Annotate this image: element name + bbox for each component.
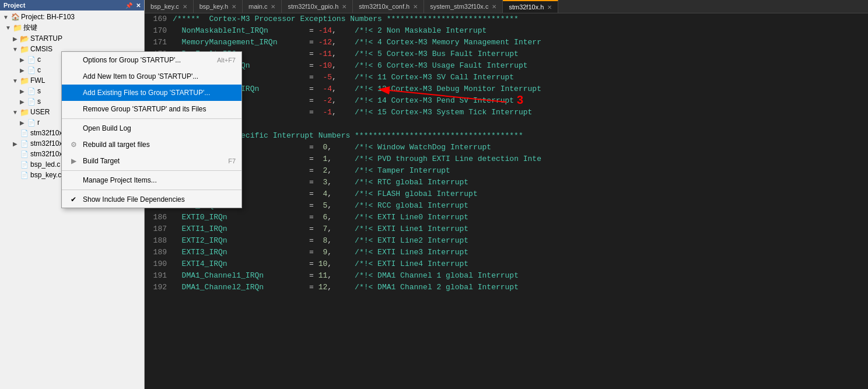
line-content: EXTI3_IRQn = 9, /*!< EXTI Line3 Interrup… [173,247,868,258]
expand-icon: ▶ [19,67,26,73]
expand-icon: ▶ [12,36,19,42]
tree-item-jianjian[interactable]: ▼ 📁 按键 [0,22,144,33]
line-content: EXTI0_IRQn = 6, /*!< EXTI Line0 Interrup… [173,212,868,223]
cms-c2-label: c [37,66,41,74]
pin-icon[interactable]: 📌 [125,2,132,9]
tab-close-icon[interactable]: ✕ [492,3,496,10]
line-content: SysTick_IRQn = -1, /*!< 15 Cortex-M3 Sys… [173,107,868,118]
code-area[interactable]: 169 /***** Cortex-M3 Processor Exception… [145,13,868,389]
menu-item-open-build-log[interactable]: Open Build Log [62,120,242,136]
code-line-191: 191 DMA1_Channel1_IRQn = 11, /*!< DMA1 C… [145,270,868,282]
remove-group-label: Remove Group 'STARTUP' and its Files [83,105,206,113]
code-line-182: 182 TAMPER_IRQn = 2, /*!< Tamper Interru… [145,165,868,177]
tab-close-icon[interactable]: ✕ [232,3,236,10]
line-content: NonMaskableInt_IRQn = -14, /*!< 2 Non Ma… [173,25,868,37]
code-line-192: 192 DMA1_Channel2_IRQn = 12, /*!< DMA1 C… [145,282,868,293]
tab-bsp-key-h[interactable]: bsp_key.h ✕ [194,0,243,13]
tab-close-icon[interactable]: ✕ [183,3,187,10]
options-shortcut: Alt+F7 [217,57,236,64]
folder-icon: 📁 [20,44,29,54]
file-icon: 📄 [20,149,29,159]
tab-bsp-key-c[interactable]: bsp_key.c ✕ [145,0,194,13]
line-content: DebugMonitor_IRQn = -4, /*!< 12 Cortex-M… [173,83,868,95]
tab-label: stm32f10x_conf.h [359,3,410,10]
build-log-icon [68,122,79,134]
expand-icon: ▼ [12,46,19,52]
expand-icon: ▶ [19,88,26,94]
line-num: 191 [145,270,173,282]
menu-item-add-new[interactable]: Add New Item to Group 'STARTUP'... [62,68,242,85]
code-line-169: 169 /***** Cortex-M3 Processor Exception… [145,13,868,25]
tab-label: system_stm32f10x.c [430,3,488,10]
menu-item-add-existing[interactable]: Add Existing Files to Group 'STARTUP'... [62,85,242,101]
add-existing-label: Add Existing Files to Group 'STARTUP'... [83,89,210,97]
code-line-187: 187 EXTI1_IRQn = 7, /*!< EXTI Line1 Inte… [145,223,868,235]
menu-item-show-include[interactable]: ✔ Show Include File Dependencies [62,191,242,208]
fwl-label: FWL [30,76,45,85]
line-content: TAMPER_IRQn = 2, /*!< Tamper Interrupt [173,165,868,177]
tab-stm32f10x-h[interactable]: stm32f10x.h ✕ [503,0,558,13]
line-content: MemoryManagement_IRQn = -12, /*!< 4 Cort… [173,37,868,48]
fwl-s2-label: s [37,97,41,106]
line-content: PVD_IRQn = 1, /*!< PVD through EXTI Line… [173,153,868,165]
folder-icon: 📁 [20,107,29,117]
folder-icon: 📁 [13,23,22,33]
project-label: Project: BH-F103 [21,13,75,21]
expand-icon: ▼ [5,24,12,31]
code-line-170: 170 NonMaskableInt_IRQn = -14, /*!< 2 No… [145,25,868,37]
code-line-181: 181 PVD_IRQn = 1, /*!< PVD through EXTI … [145,153,868,165]
menu-item-rebuild[interactable]: ⚙ Rebuild all target files [62,136,242,153]
line-num: 170 [145,25,173,37]
menu-item-manage-project[interactable]: Manage Project Items... [62,172,242,188]
tab-close-icon[interactable]: ✕ [342,3,346,10]
line-num: 192 [145,282,173,293]
tree-item-project-root[interactable]: ▼ 🏠 Project: BH-F103 [0,12,144,22]
remove-icon [68,103,79,115]
build-target-label: Build Target [83,157,120,165]
code-line-175: 175 DebugMonitor_IRQn = -4, /*!< 12 Cort… [145,83,868,95]
close-panel-icon[interactable]: ✕ [136,2,141,9]
tab-label: bsp_key.c [150,3,179,10]
tree-item-startup[interactable]: ▶ 📂 STARTUP [0,33,144,44]
code-line-174: 174 SVCall_IRQn = -5, /*!< 11 Cortex-M3 … [145,72,868,83]
expand-icon: ▶ [19,99,26,105]
code-line-171: 171 MemoryManagement_IRQn = -12, /*!< 4 … [145,37,868,48]
panel-title: Project [4,2,25,9]
line-content: EXTI2_IRQn = 8, /*!< EXTI Line2 Interrup… [173,235,868,247]
menu-item-build-target[interactable]: ▶ Build Target F7 [62,153,242,169]
expand-icon: ▶ [19,57,26,63]
code-line-186: 186 EXTI0_IRQn = 6, /*!< EXTI Line0 Inte… [145,212,868,223]
tab-system-stm32f10x-c[interactable]: system_stm32f10x.c ✕ [424,0,503,13]
code-line-177: 177 SysTick_IRQn = -1, /*!< 15 Cortex-M3… [145,107,868,118]
manage-project-label: Manage Project Items... [83,176,157,184]
bsp-key-c-label: bsp_key.c [30,171,61,179]
rebuild-label: Rebuild all target files [83,141,150,149]
line-num: 190 [145,258,173,270]
menu-item-remove-group[interactable]: Remove Group 'STARTUP' and its Files [62,101,242,117]
line-num: 189 [145,247,173,258]
tab-close-icon[interactable]: ✕ [413,3,418,10]
expand-icon: ▼ [12,78,19,84]
check-icon: ✔ [68,194,79,205]
tab-label: stm32f10x_gpio.h [288,3,338,10]
fwl-s-label: s [37,87,41,95]
file-icon: 📄 [27,86,36,96]
line-content: BusFault_IRQn = -11, /*!< 5 Cortex-M3 Bu… [173,48,868,60]
user-label: USER [30,108,50,116]
tab-stm32f10x-gpio-h[interactable]: stm32f10x_gpio.h ✕ [282,0,353,13]
tab-close-icon[interactable]: ✕ [271,3,275,10]
options-icon [68,54,79,66]
tab-main-c[interactable]: main.c ✕ [243,0,282,13]
add-new-icon [68,71,79,82]
separator-1 [62,118,242,119]
file-icon: 📄 [27,55,36,64]
code-line-172: 172 BusFault_IRQn = -11, /*!< 5 Cortex-M… [145,48,868,60]
tab-close-icon[interactable]: ✕ [547,4,552,10]
options-group-label: Options for Group 'STARTUP'... [83,56,181,64]
code-line-185: 185 RCC_IRQn = 5, /*!< RCC global Interr… [145,200,868,212]
tab-stm32f10x-conf-h[interactable]: stm32f10x_conf.h ✕ [353,0,424,13]
menu-item-options-group[interactable]: Options for Group 'STARTUP'... Alt+F7 [62,52,242,68]
project-panel: Project 📌 ✕ ▼ 🏠 Project: BH-F103 ▼ 📁 按键 … [0,0,145,389]
file-icon: 📄 [20,160,29,169]
line-num: 186 [145,212,173,223]
